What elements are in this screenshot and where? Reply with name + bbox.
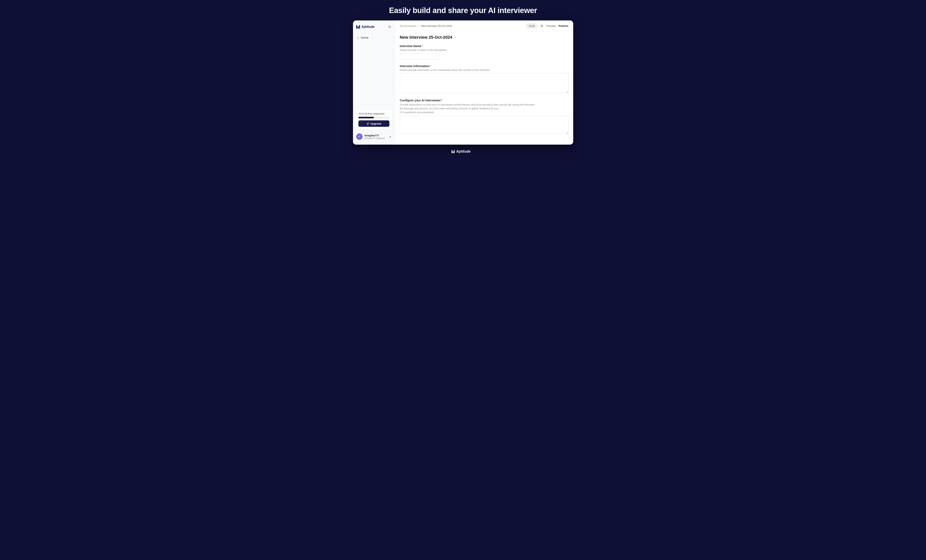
- interview-info-label-text: Interview Information: [400, 65, 430, 68]
- logo-bar-2: [358, 26, 359, 29]
- sidebar-header: Aptitude ⊟: [353, 24, 395, 33]
- bottom-logo-bar-2: [453, 151, 454, 153]
- chevron-up-icon: ▲: [389, 135, 392, 138]
- interview-name-section: Interview Name * Please provide a name t…: [400, 44, 568, 60]
- logo-bar-1: [356, 25, 357, 29]
- usage-card: 10 of 20 free responses ⚡ Upgrade: [356, 110, 392, 129]
- bottom-branding: Aptitude: [451, 150, 475, 154]
- configure-hint-line2: Be thorough and precise, as if you were …: [400, 107, 499, 110]
- home-icon: ⌂: [357, 36, 359, 39]
- top-bar: My workspace > New Interview 25-Oct-2024…: [395, 20, 573, 31]
- configure-ai-required: *: [442, 99, 443, 102]
- gear-icon: ⚙: [540, 24, 543, 28]
- breadcrumb-separator: >: [418, 24, 419, 27]
- form-area: New Interview 25-Oct-2024 ✏ Interview Na…: [395, 31, 573, 145]
- sidebar-toggle-button[interactable]: ⊟: [387, 24, 392, 29]
- interview-info-textarea[interactable]: [400, 73, 568, 93]
- interview-info-hint: Please provide information to the interv…: [400, 68, 568, 71]
- logo-area: Aptitude: [356, 25, 375, 29]
- sidebar-nav: ⌂ Home: [353, 33, 395, 110]
- interview-title-row: New Interview 25-Oct-2024 ✏: [400, 35, 568, 40]
- page-headline: Easily build and share your AI interview…: [389, 6, 537, 15]
- main-content: My workspace > New Interview 25-Oct-2024…: [395, 20, 573, 145]
- interview-name-label: Interview Name *: [400, 44, 568, 48]
- logo-text: Aptitude: [362, 25, 375, 29]
- sidebar-item-home-label: Home: [361, 36, 368, 39]
- sidebar: Aptitude ⊟ ⌂ Home 10 of 20 free response…: [353, 20, 395, 145]
- progress-bar-bg: [359, 117, 389, 118]
- interview-name-hint: Please provide a name to the interviewee: [400, 48, 568, 51]
- sidebar-bottom: 10 of 20 free responses ⚡ Upgrade K kirb…: [353, 110, 395, 141]
- user-info: kirbyjlee777 kirbyjlee777@gmail.: [365, 134, 387, 139]
- bottom-logo-bar-1: [451, 150, 452, 153]
- user-section[interactable]: K kirbyjlee777 kirbyjlee777@gmail. ▲: [356, 132, 392, 141]
- app-window: Aptitude ⊟ ⌂ Home 10 of 20 free response…: [353, 20, 573, 145]
- configure-ai-label-text: Configure your AI Interviewer: [400, 99, 441, 102]
- interview-info-label: Interview Information *: [400, 65, 568, 68]
- interview-title: New Interview 25-Oct-2024: [400, 35, 452, 40]
- bottom-logo-bar-3: [454, 150, 455, 153]
- configure-hint-line3: (2-4 questions recommended): [400, 111, 434, 114]
- bottom-logo-icon: [451, 150, 455, 153]
- draft-badge: Draft: [527, 23, 537, 29]
- interview-info-section: Interview Information * Please provide i…: [400, 65, 568, 94]
- publish-button[interactable]: Publish: [558, 24, 568, 27]
- configure-hint-line1: Provide instructions on how your AI inte…: [400, 103, 535, 106]
- sidebar-item-home[interactable]: ⌂ Home: [355, 34, 393, 41]
- interview-name-label-text: Interview Name: [400, 44, 421, 48]
- breadcrumb-workspace: My workspace: [400, 24, 416, 27]
- interview-name-input[interactable]: [400, 53, 440, 60]
- logo-icon: [356, 25, 360, 29]
- breadcrumb: My workspace > New Interview 25-Oct-2024: [400, 24, 452, 27]
- configure-ai-label: Configure your AI Interviewer *: [400, 99, 568, 102]
- avatar-initials: K: [359, 135, 360, 138]
- settings-button[interactable]: ⚙: [540, 23, 544, 29]
- user-email: kirbyjlee777@gmail.: [365, 137, 387, 139]
- upgrade-button[interactable]: ⚡ Upgrade: [359, 120, 389, 127]
- top-actions: Draft ⚙ Preview Publish: [527, 23, 568, 29]
- interview-name-required: *: [422, 44, 423, 48]
- usage-label: 10 of 20 free responses: [359, 112, 389, 115]
- configure-ai-section: Configure your AI Interviewer * Provide …: [400, 99, 568, 135]
- breadcrumb-current: New Interview 25-Oct-2024: [421, 24, 452, 27]
- avatar: K: [356, 133, 363, 140]
- user-name: kirbyjlee777: [365, 134, 387, 137]
- preview-link[interactable]: Preview: [546, 24, 556, 27]
- interview-info-required: *: [430, 65, 431, 68]
- configure-ai-hint: Provide instructions on how your AI inte…: [400, 103, 568, 114]
- logo-bar-3: [359, 25, 360, 29]
- progress-bar-fill: [359, 117, 374, 118]
- bottom-logo-text: Aptitude: [456, 150, 471, 154]
- edit-icon[interactable]: ✏: [454, 36, 457, 39]
- configure-ai-textarea[interactable]: [400, 116, 568, 134]
